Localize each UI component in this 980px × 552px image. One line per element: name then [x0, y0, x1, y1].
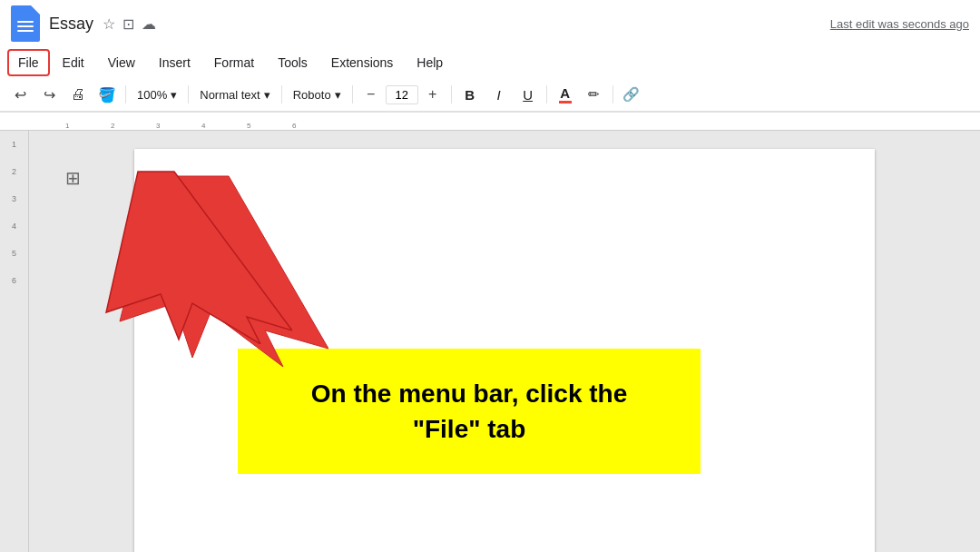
divider-2 — [188, 85, 189, 104]
font-chevron: ▾ — [335, 88, 341, 102]
toolbar: ↩ ↪ 🖨 🪣 100% ▾ Normal text ▾ Roboto ▾ − … — [0, 78, 980, 112]
font-size-control: − + — [358, 82, 446, 107]
divider-3 — [281, 85, 282, 104]
italic-button[interactable]: I — [486, 82, 512, 107]
title-icons: ☆ ⊡ ☁ — [103, 15, 156, 33]
style-chevron: ▾ — [264, 88, 270, 102]
zoom-chevron: ▾ — [171, 88, 177, 102]
last-edit-status[interactable]: Last edit was seconds ago — [830, 17, 969, 31]
callout-text: On the menu bar, click the "File" tab — [274, 376, 664, 447]
ruler-mark-2: 2 — [111, 122, 156, 130]
top-bar: Essay ☆ ⊡ ☁ Last edit was seconds ago Fi… — [0, 0, 980, 113]
bold-button[interactable]: B — [457, 82, 483, 107]
print-button[interactable]: 🖨 — [65, 82, 91, 107]
folder-icon[interactable]: ⊡ — [122, 15, 134, 33]
ruler-mark-5: 5 — [247, 122, 292, 130]
divider-5 — [451, 85, 452, 104]
font-size-input[interactable] — [386, 85, 418, 104]
divider-7 — [612, 85, 613, 104]
divider-4 — [352, 85, 353, 104]
docs-logo — [11, 5, 40, 42]
style-value: Normal text — [200, 88, 260, 102]
side-ruler-3: 3 — [12, 194, 16, 203]
zoom-value: 100% — [137, 88, 167, 102]
menu-extensions[interactable]: Extensions — [320, 49, 404, 76]
ruler-side: 1 2 3 4 5 6 — [0, 131, 29, 552]
menu-view[interactable]: View — [97, 49, 146, 76]
menu-tools[interactable]: Tools — [267, 49, 318, 76]
cloud-icon[interactable]: ☁ — [142, 15, 156, 33]
title-bar: Essay ☆ ⊡ ☁ Last edit was seconds ago — [0, 0, 980, 47]
ruler-mark-6: 6 — [292, 122, 338, 130]
text-color-button[interactable]: A — [553, 82, 578, 107]
side-ruler-2: 2 — [12, 167, 16, 176]
menu-edit[interactable]: Edit — [52, 49, 95, 76]
document-wrapper: 1 2 3 4 5 6 ⊞ On the menu bar, — [0, 131, 980, 552]
side-ruler-4: 4 — [12, 222, 16, 231]
ruler-mark-3: 3 — [156, 122, 201, 130]
font-size-decrease[interactable]: − — [358, 82, 384, 107]
link-button[interactable]: 🔗 — [619, 82, 644, 107]
menu-file[interactable]: File — [7, 49, 50, 76]
callout-box: On the menu bar, click the "File" tab — [238, 349, 701, 474]
menu-insert[interactable]: Insert — [148, 49, 201, 76]
font-value: Roboto — [293, 88, 331, 102]
star-icon[interactable]: ☆ — [103, 15, 115, 33]
side-ruler-6: 6 — [12, 276, 16, 285]
redo-button[interactable]: ↪ — [36, 82, 62, 107]
style-select[interactable]: Normal text ▾ — [194, 86, 275, 104]
document-scroll-area[interactable]: ⊞ On the menu bar, click the "File" tab — [29, 131, 980, 552]
ruler-mark-4: 4 — [201, 122, 247, 130]
menu-help[interactable]: Help — [406, 49, 454, 76]
doc-outline-icon[interactable]: ⊞ — [65, 167, 81, 189]
undo-button[interactable]: ↩ — [7, 82, 33, 107]
zoom-select[interactable]: 100% ▾ — [132, 86, 182, 104]
font-select[interactable]: Roboto ▾ — [288, 86, 347, 104]
divider-6 — [546, 85, 547, 104]
font-size-increase[interactable]: + — [420, 82, 446, 107]
paint-format-button[interactable]: 🪣 — [94, 82, 120, 107]
menu-format[interactable]: Format — [203, 49, 265, 76]
underline-button[interactable]: U — [515, 82, 541, 107]
highlight-button[interactable]: ✏ — [582, 82, 607, 107]
ruler-mark-1: 1 — [65, 122, 111, 130]
document-title[interactable]: Essay — [49, 15, 93, 34]
side-ruler-5: 5 — [12, 249, 16, 258]
divider-1 — [125, 85, 126, 104]
ruler-top: 1 2 3 4 5 6 — [0, 113, 980, 131]
side-ruler-1: 1 — [12, 140, 16, 149]
menu-bar: File Edit View Insert Format Tools Exten… — [0, 47, 980, 78]
